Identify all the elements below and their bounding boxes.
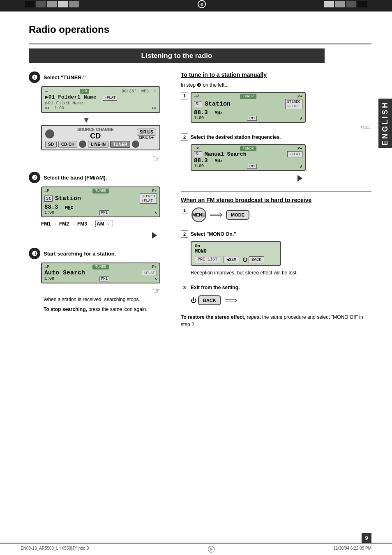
top-decorative-bar: ⊕ bbox=[0, 0, 392, 12]
stripe-6 bbox=[324, 1, 334, 7]
fm-step-2-content: Select "MONO On." On MONO PRE LIST ◀SSM bbox=[191, 230, 371, 280]
rlcd1-fm1: FM1 bbox=[247, 116, 257, 121]
fm-step3-arrow: ⟹ bbox=[224, 295, 238, 306]
menu-button[interactable]: MENU bbox=[191, 207, 206, 222]
fm-step-3: 3 Exit from the setting. ⏻ BACK ⟹ bbox=[181, 284, 371, 309]
step-3-circle: ❸ bbox=[29, 248, 40, 259]
mono-screen: On MONO PRE LIST ◀SSM ⏻ BACK bbox=[191, 241, 281, 266]
section-divider bbox=[181, 191, 371, 192]
back-btn-exit[interactable]: BACK bbox=[198, 295, 221, 305]
section-header: Listening to the radio bbox=[29, 48, 325, 63]
language-sidebar: ENGLISH bbox=[378, 99, 392, 148]
lcd-bottom-left: ⏮ 1:00 bbox=[45, 106, 64, 111]
rlcd2-freq: 88.3 MHz bbox=[194, 157, 302, 164]
step-2-block: ❷ Select the band (FM/AM). —P TUNER P+ S… bbox=[29, 172, 168, 240]
lcd-main-folder: ▶01 Folder1 Name ♭FLAT bbox=[45, 94, 156, 100]
right-step-1: 1 —P TUNER P+ St Station bbox=[181, 92, 371, 129]
rlcd2-fm1: FM1 bbox=[247, 164, 257, 169]
lcd3-flatbtn: ♭FLAT bbox=[142, 270, 157, 276]
right-step-1-content: —P TUNER P+ St Station STEREO♭FLAT 88.3 … bbox=[191, 92, 371, 129]
fm-step-3-num: 3 bbox=[181, 284, 188, 291]
lcd-file-name: ▷01 File1 Name bbox=[45, 100, 156, 106]
back-area: ⏻ BACK bbox=[242, 256, 264, 263]
mode-button[interactable]: MODE bbox=[226, 210, 249, 220]
step-1-header: ❶ Select "TUNER." bbox=[29, 71, 168, 83]
rlcd1-topleft: —P bbox=[194, 94, 199, 99]
fm-step-3-content: Exit from the setting. ⏻ BACK ⟹ bbox=[191, 284, 371, 309]
page-title: Radio operations bbox=[29, 24, 371, 35]
finger-icon-3: ☞ bbox=[153, 286, 160, 296]
fm-step-2: 2 Select "MONO On." On MONO PRE LIST bbox=[181, 230, 371, 280]
lcd-label-cd: CD bbox=[80, 89, 90, 94]
section-fm-stereo: When an FM stereo broadcast is hard to r… bbox=[181, 197, 371, 328]
fm-arrow-3: → bbox=[89, 221, 94, 227]
stripe-3 bbox=[47, 1, 57, 7]
sirius-sub: SIRIUS★ bbox=[138, 136, 154, 140]
fm-step2-label: Select "MONO On." bbox=[191, 230, 371, 238]
step3-desc1: When a station is received, searching st… bbox=[44, 296, 168, 303]
arrow-right-2 bbox=[41, 230, 160, 240]
step-1-circle: ❶ bbox=[29, 71, 40, 83]
source-cd-text: CD bbox=[54, 132, 137, 140]
back-btn[interactable]: BACK bbox=[249, 256, 264, 263]
rlcd1-main: Station bbox=[205, 101, 231, 108]
fm-arrow-1: → bbox=[53, 221, 58, 227]
hold-label: Hold... bbox=[191, 125, 371, 129]
am-label: AM ← bbox=[95, 221, 113, 227]
down-arrow-1: ▼ bbox=[82, 115, 168, 125]
tuner-btn: TUNER bbox=[110, 141, 130, 148]
rlcd1-stereo: STEREO♭FLAT bbox=[285, 99, 302, 109]
right-step-2-content: Select the desired station frequencies. … bbox=[191, 134, 371, 183]
footer-right: 11/30/04 6:22:05 PM bbox=[333, 546, 371, 553]
fm-sequence: FM1 → FM2 → FM3 → AM ← bbox=[41, 221, 168, 227]
fm-step-1-num: 1 bbox=[181, 207, 188, 214]
lcd3-chevron: ∧ bbox=[154, 276, 157, 281]
fm-step-2-num: 2 bbox=[181, 230, 188, 238]
main-columns: ❶ Select "TUNER." — CD 00:35' MP3 + ▶01 … bbox=[29, 71, 371, 336]
lcd-top-right: 00:35' MP3 + bbox=[122, 89, 156, 94]
fm-step-1-buttons: MENU ⟹ MODE bbox=[191, 207, 371, 223]
lcd2-st: St bbox=[44, 196, 53, 202]
line-in-btn: LINE-IN bbox=[88, 141, 108, 148]
fm-stereo-title: When an FM stereo broadcast is hard to r… bbox=[181, 197, 371, 203]
lcd3-topright: P+ bbox=[152, 265, 157, 269]
title-rule bbox=[29, 44, 371, 44]
step-2-header: ❷ Select the band (FM/AM). bbox=[29, 172, 168, 183]
rlcd1-freq: 88.3 MHz bbox=[194, 109, 302, 116]
fm-step-1: 1 MENU ⟹ MODE bbox=[181, 207, 371, 226]
tuner-knob bbox=[132, 140, 139, 148]
rlcd1-st: St bbox=[194, 101, 202, 107]
fm-step3-label: Exit from the setting. bbox=[191, 284, 371, 291]
manual-tune-intro: In step ❸ on the left... bbox=[181, 81, 371, 89]
stripe-5 bbox=[69, 1, 79, 7]
fm3-label: FM3 bbox=[77, 221, 87, 227]
source-knob bbox=[45, 129, 54, 138]
cd-ch-btn: CD-CH bbox=[58, 141, 77, 148]
stripe-4 bbox=[58, 1, 68, 7]
lcd3-topleft: —P bbox=[44, 265, 49, 269]
rlcd2-chevron: ∧ bbox=[300, 164, 302, 169]
step-1-block: ❶ Select "TUNER." — CD 00:35' MP3 + ▶01 … bbox=[29, 71, 168, 164]
compass-icon: ⊕ bbox=[198, 0, 206, 8]
cd-ch-knob bbox=[79, 140, 86, 148]
step-3-label: Start searching for a station. bbox=[44, 251, 116, 257]
fm-arrow-2: → bbox=[71, 221, 76, 227]
fm2-label: FM2 bbox=[59, 221, 69, 227]
arrow-icon-r2 bbox=[297, 175, 302, 182]
power-icon: ⏻ bbox=[242, 257, 247, 263]
pre-list-btn[interactable]: PRE LIST bbox=[195, 256, 220, 263]
right-step-2-label: Select the desired station frequencies. bbox=[191, 134, 371, 141]
rlcd2-tuner: TUNER bbox=[240, 146, 256, 151]
footer-left: EN08-13_AR5500_LHX550[J]f.indd 9 bbox=[21, 546, 89, 553]
mono-label: MONO bbox=[195, 249, 277, 254]
sirius-btn-area: SIRIUS SIRIUS★ bbox=[137, 129, 156, 140]
step3-desc2: To stop searching, press the same icon a… bbox=[44, 306, 168, 313]
back-btn-area: ⏻ BACK bbox=[191, 295, 222, 306]
rlcd1-chevron: ∧ bbox=[300, 116, 302, 121]
right-lcd2: —P TUNER P+ St Manual Search ♭FLAT 88.3 … bbox=[191, 144, 306, 171]
section-manual-tune: To tune in to a station manually In step… bbox=[181, 71, 371, 183]
lcd2-topleft: —P bbox=[44, 189, 49, 193]
ssm-btn[interactable]: ◀SSM bbox=[224, 256, 239, 263]
source-change-area: SOURCE CHANGE CD bbox=[54, 127, 137, 140]
footer-compass: ⊕ bbox=[208, 546, 214, 553]
